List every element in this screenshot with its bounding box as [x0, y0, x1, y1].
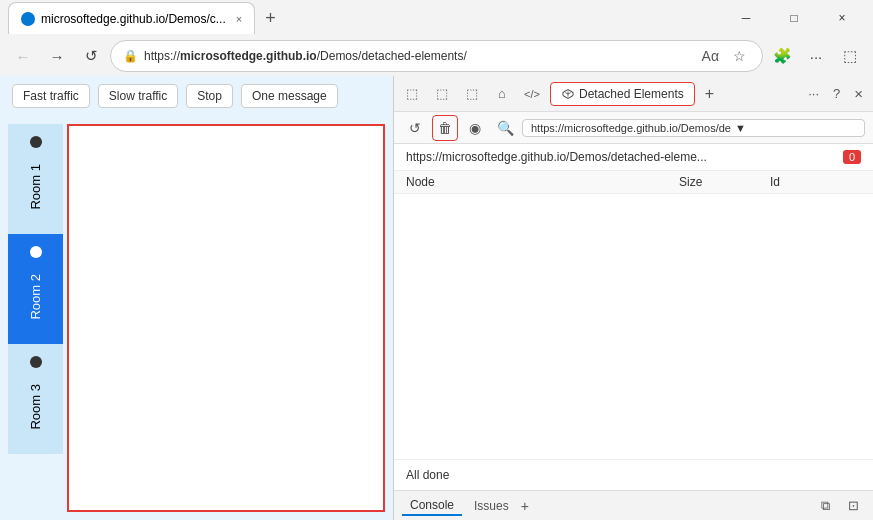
dt-address-text: https://microsoftedge.github.io/Demos/de	[531, 122, 731, 134]
room-1-label: Room 1	[28, 164, 43, 210]
close-button[interactable]: ×	[819, 2, 865, 34]
dt-address-bar[interactable]: https://microsoftedge.github.io/Demos/de…	[522, 119, 865, 137]
dt-eye-btn[interactable]: ◉	[462, 115, 488, 141]
address-text: https://microsoftedge.github.io/Demos/de…	[144, 49, 692, 63]
webpage: Fast traffic Slow traffic Stop One messa…	[0, 76, 393, 520]
address-bar[interactable]: 🔒 https://microsoftedge.github.io/Demos/…	[110, 40, 763, 72]
dt-console-dock-btn[interactable]: ⧉	[813, 494, 837, 518]
active-tab[interactable]: microsoftedge.github.io/Demos/c... ×	[8, 2, 255, 34]
title-bar: microsoftedge.github.io/Demos/c... × + ─…	[0, 0, 873, 36]
dt-refresh-btn[interactable]: ↺	[402, 115, 428, 141]
minimize-button[interactable]: ─	[723, 2, 769, 34]
devtools-tabs: ⬚ ⬚ ⬚ ⌂ </> Detached Elements + ··· ? ×	[394, 76, 873, 112]
forward-button[interactable]: →	[42, 41, 72, 71]
dt-console-add-btn[interactable]: +	[521, 498, 529, 514]
nav-bar: ← → ↺ 🔒 https://microsoftedge.github.io/…	[0, 36, 873, 76]
dt-issues-tab[interactable]: Issues	[466, 497, 517, 515]
browser-chrome: microsoftedge.github.io/Demos/c... × + ─…	[0, 0, 873, 520]
tab-bar: microsoftedge.github.io/Demos/c... × +	[8, 2, 719, 34]
dt-dropdown-icon: ▼	[735, 122, 746, 134]
dt-search-btn[interactable]: 🔍	[492, 115, 518, 141]
dt-col-node: Node	[406, 175, 679, 189]
dt-col-id: Id	[770, 175, 861, 189]
dt-active-tab-label: Detached Elements	[579, 87, 684, 101]
fast-traffic-button[interactable]: Fast traffic	[12, 84, 90, 108]
dt-tab-icon3[interactable]: ⬚	[458, 80, 486, 108]
dt-col-size: Size	[679, 175, 770, 189]
slow-traffic-button[interactable]: Slow traffic	[98, 84, 178, 108]
dt-table: Node Size Id	[394, 171, 873, 459]
window-controls: ─ □ ×	[723, 2, 865, 34]
detached-elements-icon	[561, 87, 575, 101]
room-2[interactable]: Room 2	[8, 234, 63, 344]
dt-toolbar: ↺ 🗑 ◉ 🔍 https://microsoftedge.github.io/…	[394, 112, 873, 144]
dt-help-btn[interactable]: ?	[827, 84, 846, 103]
dt-tab-icon4[interactable]: ⌂	[488, 80, 516, 108]
room-1[interactable]: Room 1	[8, 124, 63, 234]
room-1-dot	[30, 136, 42, 148]
back-button[interactable]: ←	[8, 41, 38, 71]
dt-tab-icon1[interactable]: ⬚	[398, 80, 426, 108]
dt-close-btn[interactable]: ×	[848, 83, 869, 104]
refresh-button[interactable]: ↺	[76, 41, 106, 71]
dt-console-bar: Console Issues + ⧉ ⊡	[394, 490, 873, 520]
dt-console-settings-btn[interactable]: ⊡	[841, 494, 865, 518]
devtools-panel: ⬚ ⬚ ⬚ ⌂ </> Detached Elements + ··· ? ×	[393, 76, 873, 520]
rooms-sidebar: Room 1 Room 2 Room 3	[8, 124, 63, 512]
favorites-btn[interactable]: ☆	[729, 46, 750, 66]
maximize-button[interactable]: □	[771, 2, 817, 34]
webpage-toolbar: Fast traffic Slow traffic Stop One messa…	[0, 76, 393, 116]
one-message-button[interactable]: One message	[241, 84, 338, 108]
dt-add-tab-btn[interactable]: +	[699, 83, 720, 105]
room-3[interactable]: Room 3	[8, 344, 63, 454]
dt-tab-icon5[interactable]: </>	[518, 80, 546, 108]
lock-icon: 🔒	[123, 49, 138, 63]
tab-close-btn[interactable]: ×	[236, 13, 242, 25]
extensions-btn[interactable]: 🧩	[767, 41, 797, 71]
dt-table-header: Node Size Id	[394, 171, 873, 194]
webpage-main: Room 1 Room 2 Room 3	[0, 116, 393, 520]
dt-url-row: https://microsoftedge.github.io/Demos/de…	[394, 144, 873, 171]
more-btn[interactable]: ···	[801, 41, 831, 71]
dt-overflow-btn[interactable]: ···	[802, 84, 825, 103]
chat-area	[67, 124, 385, 512]
tab-favicon	[21, 12, 35, 26]
dt-tab-detached-elements[interactable]: Detached Elements	[550, 82, 695, 106]
room-3-label: Room 3	[28, 384, 43, 430]
tab-label: microsoftedge.github.io/Demos/c...	[41, 12, 226, 26]
profile-btn[interactable]: ⬚	[835, 41, 865, 71]
dt-console-tab[interactable]: Console	[402, 496, 462, 516]
read-aloud-btn[interactable]: Aα	[698, 46, 723, 66]
dt-trash-btn[interactable]: 🗑	[432, 115, 458, 141]
dt-status: All done	[394, 459, 873, 490]
dt-url-text: https://microsoftedge.github.io/Demos/de…	[406, 150, 843, 164]
room-2-dot	[30, 246, 42, 258]
dt-tab-icon2[interactable]: ⬚	[428, 80, 456, 108]
room-3-dot	[30, 356, 42, 368]
new-tab-button[interactable]: +	[259, 6, 282, 31]
dt-console-right: ⧉ ⊡	[813, 494, 865, 518]
content-area: Fast traffic Slow traffic Stop One messa…	[0, 76, 873, 520]
stop-button[interactable]: Stop	[186, 84, 233, 108]
room-2-label: Room 2	[28, 274, 43, 320]
dt-content: https://microsoftedge.github.io/Demos/de…	[394, 144, 873, 490]
dt-badge: 0	[843, 150, 861, 164]
